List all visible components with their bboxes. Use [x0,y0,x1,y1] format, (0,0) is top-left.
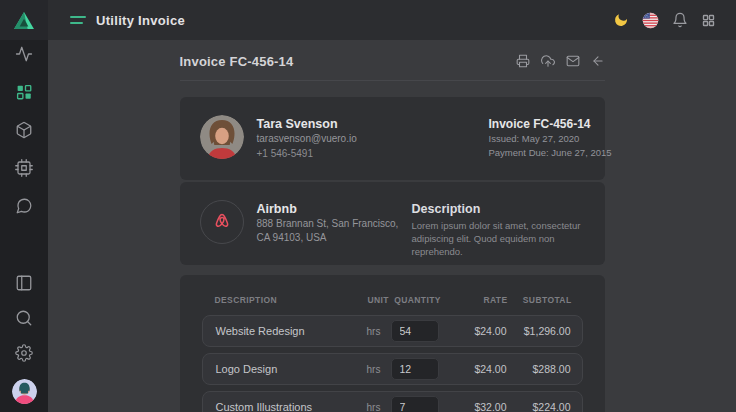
item-unit: hrs [367,402,391,412]
send-email-button[interactable] [566,54,580,68]
back-button[interactable] [591,54,605,68]
invoice-items-panel: DESCRIPTION UNIT QUANTITY RATE SUBTOTAL … [180,275,605,412]
description-text: Lorem ipsum dolor sit amet, consectetur … [412,219,585,258]
company-address-line2: CA 94103, USA [257,231,399,245]
item-unit: hrs [367,326,391,337]
quantity-input[interactable] [391,320,439,342]
client-avatar [200,115,244,159]
item-rate: $24.00 [443,363,507,375]
item-rate: $32.00 [443,401,507,412]
sidebar-item-dashboard[interactable] [15,83,33,101]
chat-bubble-icon [15,197,33,215]
company-logo-circle [200,200,244,244]
sidebar-nav [15,40,33,215]
col-header-rate: RATE [444,295,508,305]
apps-menu-button[interactable] [701,13,716,28]
invoice-due-date: Payment Due: June 27, 2015 [489,146,585,160]
quantity-input[interactable] [391,358,439,380]
col-header-quantity: QUANTITY [392,295,444,305]
app-window: Utility Invoice [0,0,736,412]
description-block: Description Lorem ipsum dolor sit amet, … [412,200,585,247]
search-icon [15,309,33,327]
item-description: Logo Design [216,363,367,375]
sidebar-item-products[interactable] [15,121,33,139]
bell-icon [672,12,688,28]
upload-cloud-icon [541,54,555,68]
item-subtotal: $288.00 [507,363,571,375]
main-area: Utility Invoice [48,0,736,412]
table-header-row: DESCRIPTION UNIT QUANTITY RATE SUBTOTAL [202,287,583,309]
client-phone: +1 546-5491 [257,146,357,161]
page-title: Invoice FC-456-14 [180,54,294,69]
arrow-left-icon [591,54,605,68]
invoice-actions [516,54,605,68]
table-row: Website Redesign hrs $24.00 $1,296.00 [202,315,583,347]
client-panel: Tara Svenson tarasvenson@vuero.io +1 546… [180,97,605,180]
company-address-line1: 888 Brannan St, San Francisco, [257,217,399,231]
quantity-input[interactable] [391,396,439,412]
item-rate: $24.00 [443,325,507,337]
item-description: Custom Illustrations [216,401,367,412]
printer-icon [516,54,530,68]
user-profile-avatar[interactable] [12,379,37,404]
invoice-number: Invoice FC-456-14 [489,116,585,132]
apps-grid-icon [701,13,716,28]
dashboard-grid-icon [15,83,33,101]
activity-icon [15,45,33,63]
invoice-meta: Invoice FC-456-14 Issued: May 27, 2020 P… [489,115,585,162]
table-row: Logo Design hrs $24.00 $288.00 [202,353,583,385]
language-selector[interactable] [642,12,659,29]
brand-logo[interactable] [0,0,48,40]
sidebar-item-panels[interactable] [15,274,33,292]
dark-mode-toggle[interactable] [613,12,629,28]
sidebar-item-messages[interactable] [15,197,33,215]
box-icon [15,121,33,139]
panels-icon [15,274,33,292]
us-flag-icon [642,12,659,29]
table-row: Custom Illustrations hrs $32.00 $224.00 [202,391,583,412]
description-heading: Description [412,201,585,217]
invoice-issued-date: Issued: May 27, 2020 [489,132,585,146]
page-header: Invoice FC-456-14 [180,48,605,74]
sidebar-bottom [12,274,37,412]
notifications-button[interactable] [672,12,688,28]
page-content: Invoice FC-456-14 [48,40,736,412]
sidebar-item-activity[interactable] [15,45,33,63]
col-header-subtotal: SUBTOTAL [508,295,572,305]
company-name: Airbnb [257,201,399,217]
item-unit: hrs [367,364,391,375]
sidebar-item-search[interactable] [15,309,33,327]
topbar-icons [613,12,716,29]
item-subtotal: $224.00 [507,401,571,412]
col-header-description: DESCRIPTION [215,295,368,305]
item-subtotal: $1,296.00 [507,325,571,337]
item-description: Website Redesign [216,325,367,337]
airbnb-logo-icon [209,209,235,235]
cpu-icon [15,159,33,177]
company-panel: Airbnb 888 Brannan St, San Francisco, CA… [180,182,605,265]
client-photo-icon [200,115,244,159]
mail-icon [566,54,580,68]
triangle-logo-icon [13,11,35,30]
upload-cloud-button[interactable] [541,54,555,68]
client-email: tarasvenson@vuero.io [257,132,357,146]
moon-icon [611,10,631,30]
menu-toggle-icon[interactable] [70,13,86,27]
sidebar-item-components[interactable] [15,159,33,177]
sidebar-item-settings[interactable] [15,344,33,362]
sidebar [0,0,48,412]
profile-avatar-icon [12,379,37,404]
gear-icon [15,344,33,362]
col-header-unit: UNIT [368,295,392,305]
header-divider [180,80,605,81]
client-name: Tara Svenson [257,116,357,132]
topbar: Utility Invoice [48,0,736,40]
print-button[interactable] [516,54,530,68]
app-title: Utility Invoice [96,13,185,28]
